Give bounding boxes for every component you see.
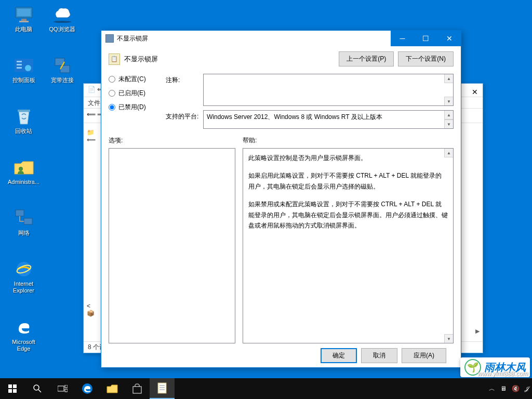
search-button[interactable] [25,378,50,399]
desktop-icon-network[interactable]: 网络 [6,208,41,236]
options-label: 选项: [109,136,243,145]
taskbar-notepad[interactable] [150,378,175,399]
radio-disabled[interactable]: 已禁用(D) [109,103,166,112]
svg-rect-1 [17,9,31,16]
bg-sidebar: 📁 ⟸ < 📦 [84,125,102,337]
svg-rect-26 [65,385,68,388]
svg-line-24 [38,390,41,392]
taskbar-explorer[interactable] [100,378,125,399]
svg-rect-6 [17,61,22,62]
taskbar: ︿ 🖥 🔇 𝒥 [0,378,532,399]
apply-button[interactable]: 应用(A) [402,348,446,363]
start-button[interactable] [0,378,25,399]
edge-icon [14,317,34,338]
icon-label: 宽带连接 [51,77,74,84]
comment-field[interactable]: ▲ ▼ [203,74,454,106]
minimize-button[interactable]: ─ [391,31,414,46]
desktop-icon-recycle-bin[interactable]: 回收站 [6,106,41,135]
svg-point-4 [54,21,71,23]
ok-button[interactable]: 确定 [321,348,357,363]
svg-rect-15 [24,218,32,224]
qq-browser-icon [52,4,73,25]
policy-dialog: 不显示锁屏 ─ ☐ ✕ 📋 不显示锁屏 上一个设置(P) 下一个设置(N) 未配… [101,30,461,368]
options-pane[interactable] [109,148,235,343]
maximize-button[interactable]: ☐ [414,31,437,46]
scroll-up-icon[interactable]: ▲ [444,149,453,157]
policy-icon: 📋 [109,54,120,65]
computer-icon [14,4,34,25]
icon-label: Microsoft Edge [6,339,41,352]
desktop-icon-control-panel[interactable]: 控制面板 [6,55,41,84]
svg-rect-21 [8,389,12,393]
icon-label: Administra... [8,179,39,185]
icon-label: 网络 [18,230,30,236]
dialog-icon [105,34,114,43]
svg-rect-19 [8,384,12,388]
dialog-titlebar[interactable]: 不显示锁屏 ─ ☐ ✕ [101,31,461,46]
help-text: 如果禁用或未配置此策略设置，则对于不需要按 CTRL + ALT + DEL 就… [248,199,448,231]
next-setting-button[interactable]: 下一个设置(N) [398,51,454,66]
svg-rect-2 [21,19,26,21]
svg-rect-27 [65,389,68,392]
svg-point-23 [34,385,39,390]
policy-title: 不显示锁屏 [124,55,335,64]
scroll-up-icon[interactable]: ▲ [444,111,453,119]
svg-rect-22 [13,389,17,393]
platform-text: Windows Server 2012、Windows 8 或 Windows … [204,111,453,124]
close-button[interactable]: ✕ [437,31,461,46]
svg-rect-25 [58,386,64,391]
system-tray[interactable]: ︿ 🖥 🔇 𝒥 [489,384,532,393]
dialog-title: 不显示锁屏 [117,34,391,43]
platform-label: 支持的平台: [166,110,203,129]
desktop-icon-ie[interactable]: Internet Explorer [6,259,41,294]
desktop-icon-qq-browser[interactable]: QQ浏览器 [45,4,79,33]
control-panel-icon [14,55,34,76]
prev-setting-button[interactable]: 上一个设置(P) [339,51,394,66]
svg-rect-12 [18,110,30,112]
svg-rect-8 [17,67,22,69]
tray-ime-icon[interactable]: 𝒥 [525,385,528,393]
help-text: 此策略设置控制是否为用户显示锁屏界面。 [248,153,448,163]
icon-label: QQ浏览器 [49,26,75,33]
watermark-url: www.ylmf888.com [477,370,528,377]
tray-volume-icon[interactable]: 🔇 [512,385,520,392]
scroll-down-icon[interactable]: ▼ [444,334,453,343]
icon-label: Internet Explorer [6,281,41,294]
scroll-down-icon[interactable]: ▼ [444,97,453,105]
desktop-icon-this-pc[interactable]: 此电脑 [6,4,41,33]
radio-unconfigured[interactable]: 未配置(C) [109,75,166,84]
cancel-button[interactable]: 取消 [361,348,397,363]
comment-label: 注释: [166,74,203,106]
radio-group: 未配置(C) 已启用(E) 已禁用(D) [109,74,166,117]
radio-label: 未配置(C) [118,75,146,84]
scroll-up-icon[interactable]: ▲ [444,74,453,83]
help-text: 如果启用此策略设置，则对于不需要按 CTRL + ALT + DEL 就能登录的… [248,170,448,192]
tray-network-icon[interactable]: 🖥 [500,385,507,392]
svg-rect-30 [158,383,166,393]
radio-label: 已禁用(D) [118,103,146,112]
desktop-icon-broadband[interactable]: 宽带连接 [45,55,79,84]
taskview-button[interactable] [50,378,75,399]
svg-point-9 [25,65,31,71]
platform-field: Windows Server 2012、Windows 8 或 Windows … [203,110,454,129]
network-icon [14,208,34,229]
help-pane: 此策略设置控制是否为用户显示锁屏界面。 如果启用此策略设置，则对于不需要按 CT… [243,148,454,343]
taskbar-store[interactable] [125,378,150,399]
radio-enabled[interactable]: 已启用(E) [109,89,166,98]
svg-rect-3 [19,21,29,22]
desktop-icon-edge[interactable]: Microsoft Edge [6,317,41,352]
svg-rect-7 [17,64,22,65]
scroll-down-icon[interactable]: ▼ [444,119,453,128]
help-label: 帮助: [243,136,257,145]
folder-user-icon [14,157,34,178]
taskbar-edge[interactable] [75,378,100,399]
icon-label: 回收站 [15,128,32,135]
broadband-icon [52,55,73,76]
close-icon[interactable]: ✕ [467,88,483,99]
svg-rect-14 [16,210,24,216]
radio-label: 已启用(E) [118,89,145,98]
tray-chevron-icon[interactable]: ︿ [489,384,495,393]
desktop-icon-admin[interactable]: Administra... [6,157,41,185]
svg-point-13 [19,167,23,171]
icon-label: 控制面板 [12,77,35,84]
